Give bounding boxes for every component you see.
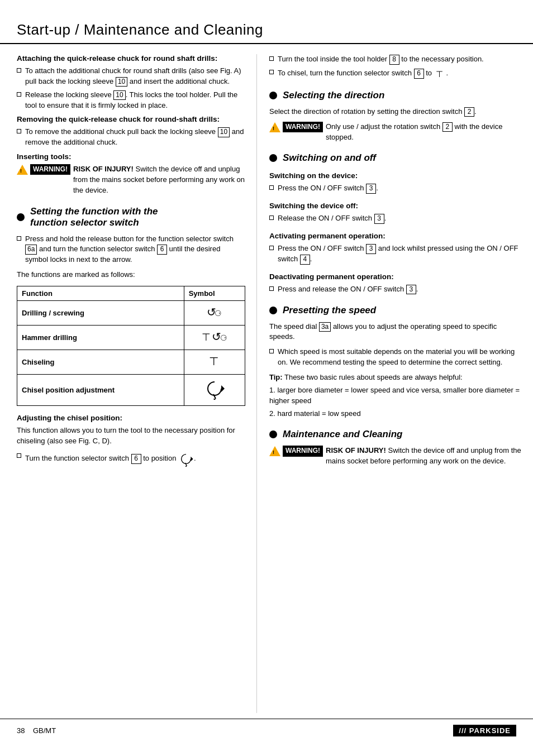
bullet-text: To remove the additional chuck pull back… xyxy=(25,127,245,148)
bullet-icon xyxy=(269,56,274,61)
section-selecting-direction: Selecting the direction Select the direc… xyxy=(269,90,522,143)
bullet-icon xyxy=(17,453,21,458)
table-cell-function: Hammer drilling xyxy=(17,325,184,350)
section-switching: Switching on and off Switching on the de… xyxy=(269,152,522,294)
warning-label: WARNING! xyxy=(30,164,70,175)
chisel-position-text: This function allows you to turn the too… xyxy=(17,425,245,447)
section-dot xyxy=(269,154,277,162)
footer-brand: /// PARKSIDE xyxy=(453,725,516,736)
ref-number: 10 xyxy=(218,127,230,137)
svg-marker-6 xyxy=(221,385,225,392)
section-title-setting: Setting the function with thefunction se… xyxy=(30,206,158,228)
ref-number: 6 xyxy=(414,69,424,79)
ref-number: 6 xyxy=(157,245,167,255)
table-row: Chisel position adjustment xyxy=(17,374,245,405)
bullet-icon xyxy=(269,70,274,74)
warning-exclamation: ! xyxy=(20,168,22,175)
bullet-text: Turn the tool inside the tool holder 8 t… xyxy=(278,54,522,65)
bullet-icon xyxy=(269,349,274,353)
bullet-icon xyxy=(17,68,21,73)
ref-number: 3 xyxy=(406,285,416,295)
big-section-switching: Switching on and off xyxy=(269,152,522,164)
heading-perm-off: Deactivating permanent operation: xyxy=(269,272,522,281)
chisel-inline-icon: ⊤ xyxy=(434,68,446,80)
bullet-text: Which speed is most suitable depends on … xyxy=(278,347,522,368)
ref-number: 3 xyxy=(374,214,384,224)
section-dot xyxy=(269,307,277,314)
svg-text:⊤: ⊤ xyxy=(202,332,211,343)
svg-marker-9 xyxy=(191,456,193,461)
table-cell-symbol xyxy=(184,374,245,405)
big-section-maintenance: Maintenance and Cleaning xyxy=(269,429,522,440)
warning-text: RISK OF INJURY! Switch the device off an… xyxy=(326,446,522,467)
tip-text: Tip: These two basic rules about speeds … xyxy=(269,372,522,383)
footer-page-number: 38 xyxy=(17,726,25,735)
chisel-pos-inline-icon xyxy=(178,451,194,467)
chisel-symbol-icon: ⊤ xyxy=(208,353,221,369)
section-maintenance: Maintenance and Cleaning ! WARNING! RISK… xyxy=(269,429,522,467)
bullets-chisel-position: Turn the function selector switch 6 to p… xyxy=(17,451,245,467)
list-item: Press the ON / OFF switch 3 and lock whi… xyxy=(269,243,522,265)
table-cell-symbol: ⊤ ↺ ⚆ xyxy=(184,325,245,350)
ref-number: 2 xyxy=(442,122,453,132)
section-inserting-tools: Inserting tools: ! WARNING! RISK OF INJU… xyxy=(17,152,245,196)
heading-attach-chuck: Attaching the quick-release chuck for ro… xyxy=(17,54,245,63)
list-item: Press and hold the release button for th… xyxy=(17,234,245,266)
warning-text: Only use / adjust the rotation switch 2 … xyxy=(326,122,522,143)
page-header: Start-up / Maintenance and Cleaning xyxy=(0,17,533,44)
section-title-switching: Switching on and off xyxy=(283,152,376,164)
section-dot xyxy=(269,430,277,438)
bullet-icon xyxy=(269,246,274,250)
bullet-icon xyxy=(17,236,21,241)
bullet-icon xyxy=(269,286,274,291)
svg-text:⚆: ⚆ xyxy=(220,333,227,342)
section-title-direction: Selecting the direction xyxy=(283,90,384,101)
ref-number: 10 xyxy=(116,77,127,87)
big-section-setting: Setting the function with thefunction se… xyxy=(17,206,245,228)
function-table: Function Symbol Drilling / screwing ↺ ⚆ xyxy=(17,286,245,406)
bullets-perm-off: Press and release the ON / OFF switch 3. xyxy=(269,284,522,295)
ref-number: 3a xyxy=(319,322,331,332)
list-item: Turn the function selector switch 6 to p… xyxy=(17,451,245,467)
page-title: Start-up / Maintenance and Cleaning xyxy=(17,21,516,39)
drill-symbol-icon: ↺ ⚆ xyxy=(204,304,225,319)
bullet-text: To chisel, turn the function selector sw… xyxy=(278,68,522,80)
bullets-setting: Press and hold the release button for th… xyxy=(17,234,245,266)
big-section-speed: Presetting the speed xyxy=(269,305,522,316)
list-item: Release the ON / OFF switch 3. xyxy=(269,213,522,224)
heading-chisel-position: Adjusting the chisel position: xyxy=(17,414,245,422)
page-footer: 38 GB/MT /// PARKSIDE xyxy=(0,719,533,739)
table-intro: The functions are marked as follows: xyxy=(17,270,245,280)
svg-text:⚆: ⚆ xyxy=(215,309,222,318)
bullet-icon xyxy=(17,129,21,133)
svg-marker-8 xyxy=(213,399,216,400)
bullet-text: Press the ON / OFF switch 3 and lock whi… xyxy=(278,243,522,265)
two-col-layout: Attaching the quick-release chuck for ro… xyxy=(0,54,533,713)
heading-perm-on: Activating permanent operation: xyxy=(269,232,522,240)
section-remove-chuck: Removing the quick-release chuck for rou… xyxy=(17,115,245,148)
bullets-remove-chuck: To remove the additional chuck pull back… xyxy=(17,127,245,148)
section-title-speed: Presetting the speed xyxy=(283,305,376,316)
svg-text:⊤: ⊤ xyxy=(435,69,442,79)
bullet-text: Turn the function selector switch 6 to p… xyxy=(25,451,245,467)
footer-locale: GB/MT xyxy=(33,726,56,735)
right-column: Turn the tool inside the tool holder 8 t… xyxy=(257,54,533,713)
table-cell-function: Chiseling xyxy=(17,350,184,374)
section-title-maintenance: Maintenance and Cleaning xyxy=(283,429,402,440)
heading-inserting-tools: Inserting tools: xyxy=(17,152,245,161)
table-row: Drilling / screwing ↺ ⚆ xyxy=(17,300,245,325)
rule-1: 1. larger bore diameter = lower speed an… xyxy=(269,385,522,406)
warning-inserting-tools: ! WARNING! RISK OF INJURY! Switch the de… xyxy=(17,164,245,196)
warning-text: RISK OF INJURY! Switch the device off an… xyxy=(73,164,245,196)
heading-switch-on: Switching on the device: xyxy=(269,171,522,180)
speed-text: The speed dial 3a allows you to adjust t… xyxy=(269,322,522,343)
bullets-switch-off: Release the ON / OFF switch 3. xyxy=(269,213,522,224)
section-presetting-speed: Presetting the speed The speed dial 3a a… xyxy=(269,305,522,419)
list-item: Release the locking sleeve 10. This lock… xyxy=(17,90,245,111)
bullet-text: Press and release the ON / OFF switch 3. xyxy=(278,284,522,295)
hammer-symbol-icon: ⊤ ↺ ⚆ xyxy=(201,328,229,344)
ref-number: 6 xyxy=(131,454,141,464)
rule-2: 2. hard material = low speed xyxy=(269,409,522,419)
section-dot xyxy=(17,213,25,221)
section-attach-chuck: Attaching the quick-release chuck for ro… xyxy=(17,54,245,111)
